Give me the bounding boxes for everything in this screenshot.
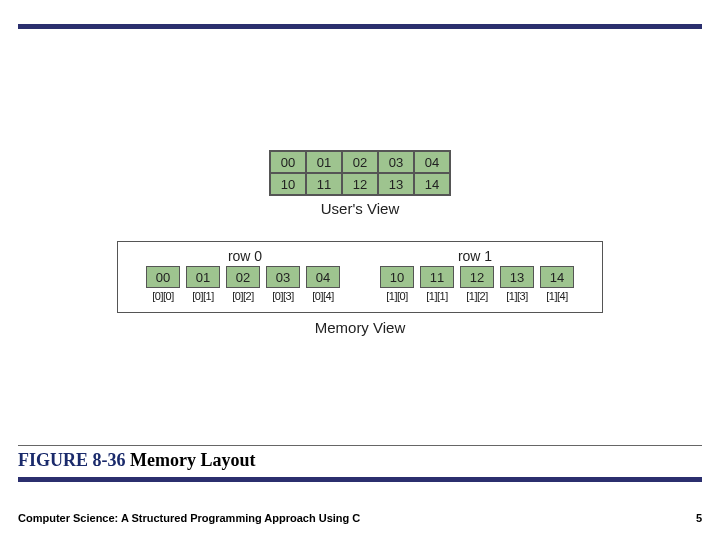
users-cell: 13 xyxy=(378,173,414,195)
memory-cell: 03 xyxy=(266,266,300,288)
users-cell: 03 xyxy=(378,151,414,173)
memory-index: [1][0] xyxy=(380,290,414,302)
users-cell: 10 xyxy=(270,173,306,195)
memory-cells-row: 00 01 02 03 04 10 11 12 13 14 xyxy=(146,266,574,288)
memory-index: [0][0] xyxy=(146,290,180,302)
memory-group-headers: row 0 row 1 xyxy=(130,248,590,264)
footer: Computer Science: A Structured Programmi… xyxy=(18,512,702,524)
figure-number: FIGURE 8-36 xyxy=(18,450,126,470)
users-cell: 02 xyxy=(342,151,378,173)
figure-caption: FIGURE 8-36 Memory Layout xyxy=(18,450,702,475)
memory-index: [0][2] xyxy=(226,290,260,302)
top-rule xyxy=(18,24,702,29)
users-view-label: User's View xyxy=(321,200,399,217)
memory-cell: 12 xyxy=(460,266,494,288)
memory-cell: 01 xyxy=(186,266,220,288)
memory-view-box: row 0 row 1 00 01 02 03 04 10 11 12 13 1… xyxy=(117,241,603,313)
users-view-block: 00 01 02 03 04 10 11 12 13 14 User's Vie… xyxy=(269,150,451,217)
users-view-grid: 00 01 02 03 04 10 11 12 13 14 xyxy=(269,150,451,196)
memory-index: [1][1] xyxy=(420,290,454,302)
memory-cell: 13 xyxy=(500,266,534,288)
users-view-row0: 00 01 02 03 04 xyxy=(270,151,450,173)
users-cell: 14 xyxy=(414,173,450,195)
memory-cell: 04 xyxy=(306,266,340,288)
memory-index: [1][2] xyxy=(460,290,494,302)
memory-header-row1: row 1 xyxy=(360,248,590,264)
footer-book-title: Computer Science: A Structured Programmi… xyxy=(18,512,360,524)
users-cell: 12 xyxy=(342,173,378,195)
memory-index: [0][1] xyxy=(186,290,220,302)
caption-top-rule xyxy=(18,445,702,446)
users-cell: 11 xyxy=(306,173,342,195)
memory-cell: 02 xyxy=(226,266,260,288)
memory-index: [0][3] xyxy=(266,290,300,302)
memory-view-label: Memory View xyxy=(315,319,406,336)
footer-page-number: 5 xyxy=(696,512,702,524)
memory-cell: 10 xyxy=(380,266,414,288)
memory-index: [1][4] xyxy=(540,290,574,302)
figure-title: Memory Layout xyxy=(126,450,256,470)
memory-indices-row: [0][0] [0][1] [0][2] [0][3] [0][4] [1][0… xyxy=(146,290,574,302)
users-cell: 01 xyxy=(306,151,342,173)
memory-cell: 14 xyxy=(540,266,574,288)
caption-area: FIGURE 8-36 Memory Layout xyxy=(18,445,702,482)
memory-cell: 00 xyxy=(146,266,180,288)
memory-header-row0: row 0 xyxy=(130,248,360,264)
memory-index: [0][4] xyxy=(306,290,340,302)
users-cell: 00 xyxy=(270,151,306,173)
users-cell: 04 xyxy=(414,151,450,173)
users-view-row1: 10 11 12 13 14 xyxy=(270,173,450,195)
memory-cell: 11 xyxy=(420,266,454,288)
caption-bottom-rule xyxy=(18,477,702,482)
figure-content: 00 01 02 03 04 10 11 12 13 14 User's Vie… xyxy=(0,60,720,336)
memory-index: [1][3] xyxy=(500,290,534,302)
